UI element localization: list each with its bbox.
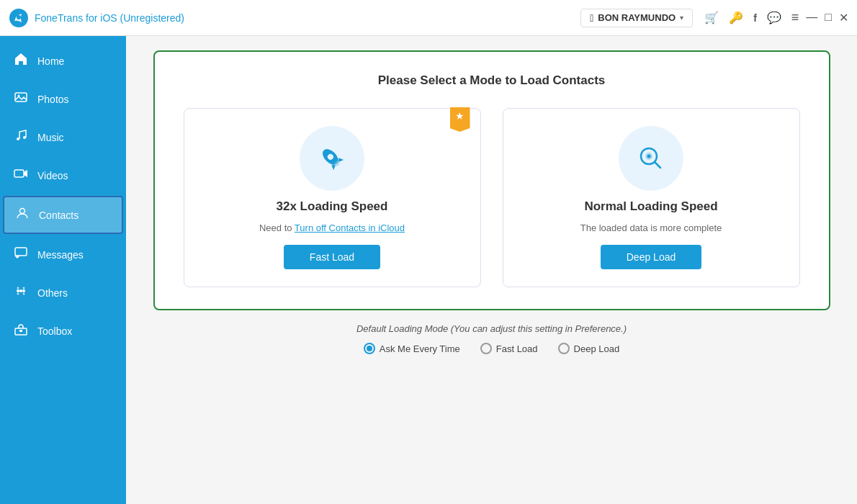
photos-icon bbox=[13, 90, 29, 108]
sidebar-item-others[interactable]: Others bbox=[0, 274, 126, 312]
svg-point-5 bbox=[23, 136, 26, 139]
content-area: Please Select a Mode to Load Contacts ★ bbox=[126, 36, 857, 504]
sidebar-item-photos[interactable]: Photos bbox=[0, 80, 126, 118]
sidebar-item-contacts[interactable]: Contacts bbox=[3, 196, 123, 234]
toolbox-icon bbox=[13, 322, 29, 340]
radio-deep-load[interactable]: Deep Load bbox=[558, 343, 620, 354]
contacts-icon bbox=[14, 206, 30, 224]
apple-icon:  bbox=[590, 12, 593, 24]
home-icon bbox=[13, 52, 29, 70]
sidebar-item-videos[interactable]: Videos bbox=[0, 156, 126, 194]
svg-point-10 bbox=[19, 289, 22, 292]
premium-badge: ★ bbox=[450, 107, 470, 132]
mode-options: ★ 32x Loadin bbox=[184, 108, 800, 287]
svg-point-12 bbox=[17, 287, 19, 289]
svg-point-11 bbox=[22, 289, 25, 292]
svg-rect-2 bbox=[15, 93, 27, 102]
footer-area: Default Loading Mode (You can adjust thi… bbox=[153, 323, 830, 354]
fast-load-desc: Need to Turn off Contacts in iCloud bbox=[259, 222, 405, 233]
menu-icon[interactable]: ≡ bbox=[791, 10, 799, 25]
svg-point-13 bbox=[23, 287, 25, 289]
cart-icon[interactable]: 🛒 bbox=[704, 11, 719, 24]
svg-rect-17 bbox=[19, 330, 22, 332]
radio-fast-load[interactable]: Fast Load bbox=[480, 343, 538, 354]
radio-ask-me-circle bbox=[364, 343, 375, 354]
svg-point-1 bbox=[17, 15, 21, 19]
mode-selection-card: Please Select a Mode to Load Contacts ★ bbox=[153, 50, 830, 310]
facebook-icon[interactable]: f bbox=[753, 12, 757, 24]
svg-point-14 bbox=[17, 293, 19, 295]
deep-load-option[interactable]: Normal Loading Speed The loaded data is … bbox=[503, 108, 800, 287]
fast-load-button[interactable]: Fast Load bbox=[284, 245, 380, 269]
messages-icon bbox=[13, 246, 29, 264]
card-title: Please Select a Mode to Load Contacts bbox=[378, 73, 606, 88]
sidebar-item-messages-label: Messages bbox=[37, 249, 84, 261]
window-controls: — □ ✕ bbox=[806, 11, 848, 24]
titlebar: FoneTrans for iOS (Unregistered)  BON R… bbox=[0, 0, 857, 36]
sidebar-item-contacts-label: Contacts bbox=[39, 210, 78, 221]
sidebar-item-videos-label: Videos bbox=[37, 170, 68, 181]
footer-label: Default Loading Mode (You can adjust thi… bbox=[356, 323, 627, 334]
sidebar-item-music[interactable]: Music bbox=[0, 118, 126, 156]
deep-load-speed-label: Normal Loading Speed bbox=[584, 199, 717, 214]
sidebar-item-others-label: Others bbox=[37, 287, 68, 299]
radio-group: Ask Me Every Time Fast Load Deep Load bbox=[364, 343, 619, 354]
deep-load-icon-circle bbox=[619, 126, 683, 191]
sidebar-item-home[interactable]: Home bbox=[0, 42, 126, 80]
app-title: FoneTrans for iOS (Unregistered) bbox=[35, 12, 184, 24]
svg-point-7 bbox=[20, 209, 25, 214]
fast-load-option[interactable]: ★ 32x Loadin bbox=[184, 108, 481, 287]
music-icon bbox=[13, 128, 29, 146]
sidebar-item-toolbox[interactable]: Toolbox bbox=[0, 312, 126, 350]
fast-load-desc-prefix: Need to bbox=[259, 222, 295, 233]
svg-point-15 bbox=[23, 293, 25, 295]
sidebar: Home Photos Music bbox=[0, 36, 126, 504]
close-button[interactable]: ✕ bbox=[839, 11, 848, 24]
radio-deep-load-circle bbox=[558, 343, 570, 354]
app-logo-icon bbox=[9, 8, 29, 28]
device-selector[interactable]:  BON RAYMUNDO ▾ bbox=[580, 9, 693, 27]
rocket-icon bbox=[314, 140, 350, 176]
app-logo-area: FoneTrans for iOS (Unregistered) bbox=[9, 8, 580, 28]
chevron-down-icon: ▾ bbox=[680, 14, 683, 22]
main-layout: Home Photos Music bbox=[0, 36, 857, 504]
videos-icon bbox=[13, 166, 29, 184]
deep-load-button[interactable]: Deep Load bbox=[601, 245, 702, 269]
minimize-button[interactable]: — bbox=[806, 11, 817, 24]
others-icon bbox=[13, 284, 29, 302]
sidebar-item-messages[interactable]: Messages bbox=[0, 235, 126, 274]
radio-ask-me-label: Ask Me Every Time bbox=[380, 343, 460, 354]
sidebar-item-photos-label: Photos bbox=[37, 94, 69, 105]
svg-rect-8 bbox=[15, 248, 27, 256]
svg-point-9 bbox=[17, 289, 19, 292]
maximize-button[interactable]: □ bbox=[825, 11, 832, 24]
radio-fast-load-circle bbox=[480, 343, 492, 354]
titlebar-actions: 🛒 🔑 f 💬 ≡ bbox=[693, 10, 799, 25]
key-icon[interactable]: 🔑 bbox=[729, 11, 743, 24]
fast-load-speed-label: 32x Loading Speed bbox=[277, 199, 388, 214]
radio-fast-load-label: Fast Load bbox=[496, 343, 538, 354]
svg-rect-6 bbox=[14, 170, 24, 177]
device-name: BON RAYMUNDO bbox=[598, 12, 676, 23]
icloud-link[interactable]: Turn off Contacts in iCloud bbox=[295, 222, 405, 233]
search-icon bbox=[633, 140, 669, 176]
sidebar-item-toolbox-label: Toolbox bbox=[37, 325, 72, 337]
radio-deep-load-label: Deep Load bbox=[574, 343, 620, 354]
radio-ask-me[interactable]: Ask Me Every Time bbox=[364, 343, 460, 354]
chat-icon[interactable]: 💬 bbox=[767, 11, 781, 24]
svg-point-4 bbox=[17, 138, 19, 140]
fast-load-icon-circle bbox=[300, 126, 364, 191]
footer-label-text: Default Loading Mode (You can adjust thi… bbox=[356, 323, 627, 334]
sidebar-item-home-label: Home bbox=[37, 55, 64, 67]
svg-point-25 bbox=[647, 155, 651, 158]
deep-load-desc: The loaded data is more complete bbox=[580, 222, 722, 233]
sidebar-item-music-label: Music bbox=[37, 132, 64, 143]
